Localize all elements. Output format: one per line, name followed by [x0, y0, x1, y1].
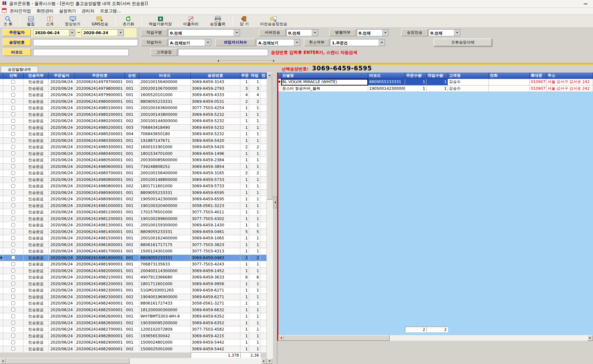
expand-button[interactable]: 펼침 — [26, 15, 36, 27]
col-header-send-status[interactable]: 전송여부 — [24, 73, 49, 79]
menu-item-screen-manage[interactable]: 화면관리 — [34, 8, 56, 14]
row-checkbox[interactable] — [11, 158, 15, 162]
menu-item-program[interactable]: 프로그램... — [97, 8, 123, 14]
menu-item-admin[interactable]: 관리자 — [79, 8, 97, 14]
scrollbar-thumb[interactable] — [284, 335, 390, 341]
row-checkbox[interactable] — [11, 321, 15, 325]
col-header-order-date[interactable]: 주문일자 — [49, 73, 75, 79]
row-checkbox[interactable] — [11, 80, 15, 84]
table-row[interactable]: 전송완료2020/06/2420200624149822000010011801… — [0, 281, 267, 288]
row-checkbox[interactable] — [11, 184, 15, 188]
col-header-select[interactable]: 선택 — [3, 73, 24, 79]
row-checkbox[interactable] — [11, 210, 15, 214]
row-checkbox[interactable] — [11, 301, 15, 305]
row-checkbox[interactable] — [11, 262, 15, 266]
row-checkbox[interactable] — [11, 249, 15, 253]
excel-save-button[interactable]: X 엑셀기본저장 — [147, 15, 174, 27]
table-row[interactable]: 전송완료2020/06/2420200624149808000010021801… — [0, 183, 267, 190]
col-header-phone[interactable]: 전화 — [489, 73, 530, 79]
table-row[interactable]: 전송완료2020/06/2420200624149802000010012001… — [0, 112, 267, 118]
table-row[interactable]: 전송완료2020/06/2420200624149803000010011918… — [0, 138, 267, 144]
col-header-customer[interactable]: 고객명 — [448, 73, 489, 79]
row-checkbox[interactable] — [11, 119, 15, 123]
picking-round-select[interactable]: A.전체보기 — [257, 39, 300, 46]
row-checkbox[interactable] — [11, 223, 15, 227]
table-row[interactable]: 전송완료2020/06/2420200624149817000010011500… — [0, 248, 267, 255]
table-row[interactable]: 전송완료2020/06/2420200624149802000010022001… — [0, 118, 267, 125]
chevron-down-icon[interactable] — [294, 39, 300, 46]
customer-name-input[interactable] — [178, 49, 268, 56]
table-row[interactable]: 전송완료2020/06/2420200624149800000010018809… — [0, 99, 267, 105]
table-row[interactable]: 전송완료2020/06/2420200624149809000010018809… — [0, 190, 267, 196]
table-row[interactable]: 전송완료2020/06/2420200624149802000010037068… — [0, 125, 267, 131]
unshipped-button[interactable]: 미출처리 — [182, 15, 200, 27]
table-row[interactable]: 전송완료2020/06/2420200624149823000010021904… — [0, 294, 267, 301]
chevron-down-icon[interactable] — [69, 30, 75, 36]
parallel-select[interactable]: 0.전체 — [357, 29, 389, 36]
row-checkbox[interactable] — [11, 308, 15, 312]
col-header-order-no[interactable]: 주문번호 — [75, 73, 125, 79]
table-row[interactable]: 전송완료2020/06/2420200624149816000010018806… — [0, 242, 267, 249]
invoice-no-input[interactable] — [33, 39, 138, 46]
row-checkbox[interactable] — [11, 347, 15, 351]
row-checkbox[interactable] — [11, 145, 15, 149]
left-horizontal-scrollbar[interactable] — [0, 358, 267, 364]
table-row[interactable]: 전송완료2020/06/242020062414982600001001WH7B… — [0, 313, 267, 320]
table-row[interactable]: 전송완료2020/06/2420200624149802000010047068… — [0, 131, 267, 138]
barcode-input[interactable] — [33, 49, 129, 56]
row-checkbox[interactable] — [11, 164, 15, 168]
order-date-to-picker[interactable]: 2020-06-24 — [82, 29, 124, 36]
table-row[interactable]: 전송완료2020/06/2420200624149811000010011701… — [0, 209, 267, 216]
table-row[interactable]: 전송완료2020/06/2420200624149806000010017392… — [0, 164, 267, 170]
reset-button[interactable]: 초기화 — [121, 15, 136, 27]
table-row[interactable]: 전송완료2020/06/2420200624149814000010018809… — [0, 229, 267, 236]
order-date-from-picker[interactable]: 2020-06-24 — [33, 29, 75, 36]
row-checkbox[interactable] — [11, 151, 15, 155]
resend-unsent-button[interactable]: 미전송송장전송 — [259, 15, 289, 27]
table-row[interactable]: 전송완료2020/06/2420200624149829000010011500… — [0, 339, 267, 346]
table-row[interactable]: 전송완료2020/06/2420200624149815000010012001… — [0, 235, 267, 242]
table-row[interactable]: 전송완료2020/06/2420200624149805000010012003… — [0, 157, 267, 164]
row-checkbox[interactable] — [11, 203, 15, 207]
scrollbar-thumb[interactable] — [6, 358, 130, 364]
invoice-send-select[interactable]: 0.전체 — [429, 29, 460, 36]
scrollbar-track[interactable] — [6, 358, 261, 364]
table-row[interactable]: 전송완료2020/06/2420200624149829000010021500… — [0, 346, 267, 352]
row-checkbox[interactable] — [11, 334, 15, 338]
row-checkbox[interactable] — [11, 282, 15, 285]
invoice-print-button[interactable]: 송장출력 — [209, 15, 227, 27]
work-round-select[interactable]: A.전체보기 — [168, 39, 211, 46]
table-row[interactable]: 전송완료2020/06/2420200624149827000010011200… — [0, 326, 267, 333]
scrollbar-thumb[interactable] — [267, 78, 272, 200]
panel-splitter[interactable] — [272, 73, 277, 364]
table-row[interactable]: 전송완료2020/06/2420200624149819000010017068… — [0, 261, 267, 268]
chevron-down-icon[interactable] — [454, 30, 460, 36]
row-checkbox[interactable] — [11, 86, 15, 90]
table-row[interactable]: 전송완료2020/06/2420200624149818000010018809… — [0, 255, 267, 262]
work-type-select[interactable]: 0.전체 — [168, 29, 240, 36]
mini-splitter[interactable] — [217, 60, 275, 62]
col-header-address[interactable]: 주소 — [547, 73, 593, 79]
table-row[interactable]: 전송완료2020/06/2420200624149828000010011936… — [0, 333, 267, 340]
table-row[interactable]: 전송완료2020/06/2420200624149824000010018806… — [0, 300, 267, 307]
col-header-extra[interactable]: 전 — [260, 73, 267, 79]
left-vertical-scrollbar[interactable] — [267, 73, 272, 364]
table-row[interactable]: 전송완료2020/06/2420200624149801000010012001… — [0, 105, 267, 112]
col-header-barcode[interactable]: 바코드 — [139, 73, 191, 79]
row-checkbox[interactable] — [11, 106, 15, 110]
right-horizontal-scrollbar[interactable] — [278, 335, 593, 341]
row-checkbox[interactable] — [11, 171, 15, 175]
row-checkbox[interactable] — [11, 132, 15, 136]
table-row[interactable]: 전송완료2020/06/2420200624149821000010014907… — [0, 274, 267, 281]
table-row[interactable]: 전송완료2020/06/2420200624149808000010012001… — [0, 177, 267, 183]
cancel-type-select[interactable]: 1.주문건 — [330, 39, 385, 46]
row-checkbox[interactable] — [11, 269, 15, 272]
row-checkbox[interactable] — [11, 256, 15, 259]
row-checkbox[interactable] — [11, 99, 15, 103]
table-row[interactable]: 전송완료2020/06/2420200624149809000010021905… — [0, 196, 267, 203]
scroll-right-icon[interactable] — [587, 335, 593, 341]
scrollbar-track[interactable] — [284, 335, 587, 341]
row-checkbox[interactable] — [11, 275, 15, 279]
col-header-invoice-no[interactable]: 송장번호 — [191, 73, 240, 79]
row-checkbox[interactable] — [11, 93, 15, 97]
